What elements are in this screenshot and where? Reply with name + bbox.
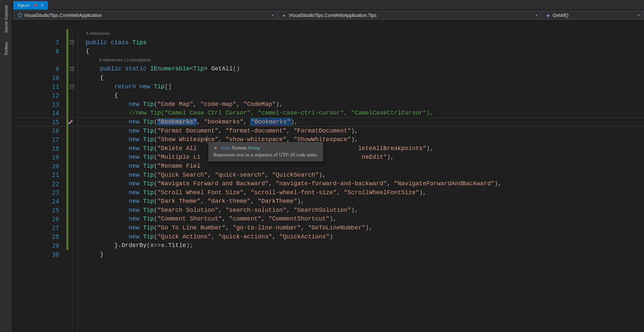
class-icon: 🝔 xyxy=(213,145,218,150)
line-number: 16 xyxy=(13,126,66,135)
navbar-member-label: GetAll() xyxy=(553,13,568,18)
side-tab-toolbox[interactable]: Toolbox xyxy=(3,38,10,59)
line-number: 24 xyxy=(13,197,66,206)
code-line[interactable]: public class Tips xyxy=(86,38,644,47)
side-rail: Server Explorer Toolbox xyxy=(0,0,13,332)
code-line[interactable]: return new Tip[] xyxy=(86,82,644,91)
chevron-down-icon: ▾ xyxy=(638,13,640,17)
editor-gutter: 7−89−1011−121314151617181920212223242526… xyxy=(13,21,66,332)
tooltip-namespace: System. xyxy=(232,145,248,150)
code-line[interactable]: new Tip("Multiple Li neEdit"), xyxy=(86,153,644,162)
code-line[interactable]: new Tip("Delete All leteAllBreakpoints")… xyxy=(86,144,644,153)
line-number: 10 xyxy=(13,73,66,82)
code-line[interactable]: }.OrderBy(x=>x.Title); xyxy=(86,241,644,250)
line-number: 22 xyxy=(13,179,66,188)
line-number: 17 xyxy=(13,135,66,144)
project-icon xyxy=(18,13,22,17)
line-number: 18 xyxy=(13,144,66,153)
document-tab-active[interactable]: Tips.cs 📌 × xyxy=(13,1,48,10)
code-line[interactable]: { xyxy=(86,73,644,82)
codelens-indicator[interactable]: 3 references xyxy=(86,29,644,38)
navbar-project-dropdown[interactable]: VisualStudioTips.CoreWebApplication ▾ xyxy=(15,11,276,19)
tooltip-description: Represents text as a sequence of UTF-16 … xyxy=(213,152,318,158)
side-tab-server-explorer[interactable]: Server Explorer xyxy=(3,1,10,36)
navbar-class-label: VisualStudioTips.CoreWebApplication.Tips xyxy=(289,13,377,18)
line-number: 9− xyxy=(13,64,66,73)
navigation-bar: VisualStudioTips.CoreWebApplication ▾ 🝔 … xyxy=(13,10,644,21)
code-line[interactable]: new Tip("Show Whitespace", "show-whitesp… xyxy=(86,135,644,144)
tooltip-typename: String xyxy=(248,145,260,150)
code-surface[interactable]: 3 referencespublic class Tips{3 referenc… xyxy=(66,21,644,332)
chevron-down-icon: ▾ xyxy=(272,13,274,17)
line-number: 14 xyxy=(13,109,66,118)
line-number: 11− xyxy=(13,82,66,91)
line-number: 23 xyxy=(13,188,66,197)
code-line[interactable]: new Tip("Go To Line Number", "go-to-line… xyxy=(86,223,644,232)
code-line[interactable]: new Tip("Dark Theme", "dark-theme", "Dar… xyxy=(86,197,644,206)
code-editor[interactable]: 7−89−1011−121314151617181920212223242526… xyxy=(13,21,644,332)
line-number: 29 xyxy=(13,241,66,250)
code-line[interactable]: new Tip("Quick Actions", "quick-actions"… xyxy=(86,232,644,241)
line-number: 25 xyxy=(13,206,66,215)
tooltip-kind: class xyxy=(221,145,230,150)
method-icon: ◈ xyxy=(545,13,551,18)
code-line[interactable]: new Tip("Scroll Wheel Font Size", "scrol… xyxy=(86,188,644,197)
code-line[interactable]: new Tip("Quick Search", "quick-search", … xyxy=(86,171,644,180)
line-number: 12 xyxy=(13,91,66,100)
text-caret xyxy=(207,136,207,143)
code-line[interactable]: //new Tip("Camel Case Ctrl Cursor", "cam… xyxy=(86,109,644,118)
code-line[interactable]: new Tip("Rename Fiel xyxy=(86,162,644,171)
line-number: 15 xyxy=(13,118,66,126)
line-number: 7− xyxy=(13,38,66,47)
code-line[interactable]: { xyxy=(86,91,644,100)
document-tabstrip: Tips.cs 📌 × xyxy=(13,0,644,10)
navbar-class-dropdown[interactable]: 🝔 VisualStudioTips.CoreWebApplication.Ti… xyxy=(279,11,540,19)
line-number: 13 xyxy=(13,100,66,109)
line-number: 20 xyxy=(13,162,66,171)
line-number: 27 xyxy=(13,223,66,232)
code-line[interactable]: new Tip("Navigate Forward and Backward",… xyxy=(86,179,644,188)
line-number: 30 xyxy=(13,250,66,259)
code-line[interactable]: { xyxy=(86,47,644,56)
code-line[interactable]: new Tip("Code Map", "code-map", "CodeMap… xyxy=(86,100,644,109)
quickinfo-tooltip: 🝔 class System.String Represents text as… xyxy=(208,142,323,161)
navbar-project-label: VisualStudioTips.CoreWebApplication xyxy=(24,13,102,18)
close-icon[interactable]: × xyxy=(41,3,44,8)
code-line[interactable]: new Tip("Comment Shortcut", "comment", "… xyxy=(86,214,644,223)
code-line[interactable]: new Tip("Search Solution", "search-solut… xyxy=(86,206,644,215)
line-number: 28 xyxy=(13,232,66,241)
code-line[interactable]: new Tip("Format Document", "format-docum… xyxy=(86,126,644,135)
codelens-indicator[interactable]: 3 references | 0 exceptions xyxy=(86,56,644,65)
main-column: Tips.cs 📌 × VisualStudioTips.CoreWebAppl… xyxy=(13,0,644,332)
line-number: 8 xyxy=(13,47,66,56)
line-number: 19 xyxy=(13,153,66,162)
code-line[interactable]: new Tip("Bookmarks", "bookmarks", "Bookm… xyxy=(86,118,644,126)
line-number: 21 xyxy=(13,171,66,180)
navbar-member-dropdown[interactable]: ◈ GetAll() ▾ xyxy=(542,11,642,19)
pin-icon[interactable]: 📌 xyxy=(33,3,38,8)
line-number: 26 xyxy=(13,214,66,223)
code-line[interactable]: } xyxy=(86,250,644,259)
tab-label: Tips.cs xyxy=(17,3,30,8)
class-icon: 🝔 xyxy=(282,13,287,18)
chevron-down-icon: ▾ xyxy=(536,13,537,17)
code-line[interactable]: public static IEnumerable<Tip> GetAll() xyxy=(86,64,644,73)
app-root: Server Explorer Toolbox Tips.cs 📌 × Visu… xyxy=(0,0,644,332)
